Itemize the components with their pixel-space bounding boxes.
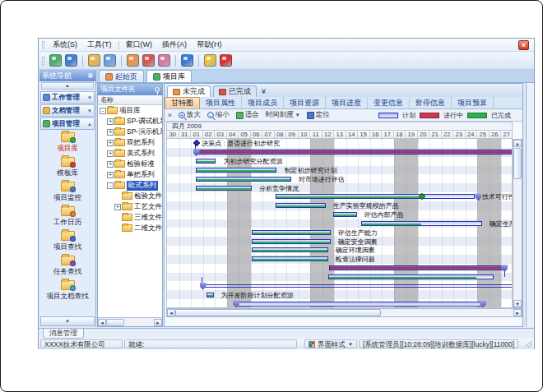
gantt-v-thumb[interactable] — [513, 148, 522, 179]
calendar-task-icon[interactable] — [142, 54, 155, 67]
filter-more-button[interactable]: ¥ — [262, 87, 266, 97]
tree-expander-icon[interactable]: + — [107, 172, 114, 178]
menu-item-5[interactable]: 帮助(H) — [192, 39, 227, 51]
tree-row[interactable]: +工艺文件 — [98, 201, 162, 212]
menu-item-4[interactable]: 插件(A) — [157, 39, 192, 51]
lock-icon[interactable] — [204, 54, 216, 67]
style-button[interactable]: 界面样式 ▼ — [304, 339, 357, 348]
tree-column-header[interactable]: 名称 — [98, 95, 162, 105]
nav-collapsed-group[interactable]: ▼ — [40, 316, 95, 326]
tree-scroll-thumb[interactable] — [106, 319, 124, 326]
menu-item-1[interactable]: 系统(S) — [48, 39, 82, 51]
resize-grip[interactable] — [526, 341, 532, 348]
scroll-right-icon[interactable]: ► — [154, 319, 162, 326]
exit-icon[interactable] — [220, 54, 232, 67]
pin-icon[interactable] — [155, 87, 160, 92]
task-bar[interactable] — [276, 203, 326, 208]
open-project-icon[interactable] — [88, 54, 100, 67]
tree-row[interactable]: -欧式系列 — [98, 180, 162, 191]
nav-item-7[interactable]: 项目文档查找 — [39, 280, 95, 305]
tree-expander-icon[interactable]: + — [107, 140, 114, 146]
tree-row[interactable]: 三维文件 — [98, 212, 162, 223]
nav-item-3[interactable]: 项目监控 — [39, 182, 95, 206]
doc-tab-1[interactable]: 起始页 — [99, 70, 144, 82]
nav-item-6[interactable]: 任务查找 — [39, 256, 95, 280]
task-bar[interactable] — [235, 302, 485, 307]
tree-row[interactable]: 检验文件 — [98, 191, 162, 201]
doc-tab-2[interactable]: 项目库 — [146, 70, 192, 82]
scroll-left-icon[interactable]: ◄ — [167, 309, 175, 316]
scroll-right-icon[interactable]: ► — [513, 309, 522, 316]
calendar-plan-icon[interactable] — [127, 54, 139, 67]
nav-group-2[interactable]: 文档管理▼ — [40, 104, 95, 117]
help-icon[interactable] — [181, 54, 193, 67]
scroll-left-icon[interactable]: ◄ — [98, 319, 106, 326]
task-bar[interactable] — [196, 168, 277, 173]
tree-row[interactable]: +SP-调试机系 — [98, 116, 162, 127]
calendar-check-icon[interactable] — [158, 54, 170, 67]
task-bar[interactable] — [328, 274, 494, 279]
task-bar[interactable] — [196, 159, 216, 164]
task-bar[interactable] — [196, 150, 513, 154]
task-bar[interactable] — [202, 284, 513, 288]
view-tab-1[interactable]: 甘特图 — [165, 97, 200, 108]
task-bar[interactable] — [333, 212, 357, 217]
task-bar[interactable] — [252, 256, 328, 261]
view-tab-6[interactable]: 变更信息 — [368, 97, 410, 108]
nav-item-1[interactable]: 项目库 — [39, 132, 95, 157]
scroll-up-icon[interactable]: ▲ — [513, 140, 522, 147]
nav-options-icon[interactable]: ▣ — [87, 72, 93, 79]
tree-expander-icon[interactable]: - — [100, 108, 106, 114]
task-bar[interactable] — [252, 239, 331, 244]
tools-overflow-button[interactable]: » — [165, 111, 175, 119]
message-manage-tab[interactable]: 消息管理 — [43, 329, 84, 339]
view-tab-2[interactable]: 项目属性 — [200, 97, 242, 108]
tool-2[interactable]: -缩小 — [204, 110, 233, 120]
tree-expander-icon[interactable]: + — [107, 161, 114, 168]
tree-expander-icon[interactable]: + — [114, 204, 121, 210]
tool-4[interactable]: 时间刻度▼ — [262, 110, 304, 120]
view-tab-3[interactable]: 项目成员 — [242, 97, 284, 108]
tree-row[interactable]: +SP-演示机系 — [98, 127, 162, 137]
task-bar[interactable] — [207, 293, 214, 297]
gantt-chart[interactable]: 决策点 : 是否进行初步研究为初步研究分配资源制定初步研究计划对市场进行评估分析… — [166, 139, 513, 308]
task-bar[interactable] — [252, 247, 328, 252]
filter-tab-1[interactable]: 未完成 — [167, 85, 211, 97]
view-tab-5[interactable]: 项目进度 — [326, 97, 368, 108]
project-manage-icon[interactable] — [104, 54, 116, 67]
web-icon[interactable] — [65, 54, 77, 67]
task-bar[interactable] — [252, 230, 331, 235]
tool-5[interactable]: 定位 — [304, 110, 333, 120]
gantt-h-thumb[interactable] — [175, 309, 381, 316]
tree-row[interactable]: +双把系列 — [98, 137, 162, 148]
view-tab-7[interactable]: 暂停信息 — [410, 97, 452, 108]
tree-expander-icon[interactable]: + — [107, 129, 114, 136]
tool-1[interactable]: +放大 — [175, 110, 204, 120]
modules-icon[interactable] — [49, 54, 62, 67]
task-bar[interactable] — [276, 194, 475, 199]
nav-group-3[interactable]: 项目管理▲ — [40, 118, 95, 130]
task-bar[interactable] — [196, 186, 252, 191]
nav-group-1[interactable]: 工作管理▼ — [40, 91, 95, 104]
tool-3[interactable]: 适合 — [233, 110, 262, 120]
tree-expander-icon[interactable]: + — [107, 118, 114, 125]
nav-item-4[interactable]: 工作日历 — [39, 206, 95, 231]
tree-row[interactable]: +美式系列 — [98, 148, 162, 159]
tree-row[interactable]: +检验标准 — [98, 159, 162, 169]
nav-scroll-up-button[interactable]: ▲ — [41, 82, 94, 90]
nav-item-5[interactable]: 项目查找 — [39, 231, 95, 256]
tree-row[interactable]: +单把系列 — [98, 169, 162, 180]
close-tab-button[interactable]: × — [518, 40, 529, 50]
scroll-down-icon[interactable]: ▼ — [513, 300, 522, 307]
task-bar[interactable] — [196, 177, 291, 182]
view-tab-4[interactable]: 项目资源 — [284, 97, 326, 108]
tree-h-scrollbar[interactable]: ◄ ► — [98, 317, 162, 326]
gantt-h-scrollbar[interactable]: ◄ ► — [166, 308, 522, 317]
task-bar[interactable] — [329, 265, 504, 270]
filter-tab-2[interactable]: 已完成 — [213, 85, 257, 97]
collapsed-side-strip[interactable] — [526, 83, 534, 327]
tree-expander-icon[interactable]: - — [107, 182, 114, 189]
menu-item-3[interactable]: 窗口(W) — [121, 39, 158, 51]
nav-item-2[interactable]: 模板库 — [39, 157, 95, 182]
menu-item-2[interactable]: 工具(T) — [82, 39, 117, 51]
